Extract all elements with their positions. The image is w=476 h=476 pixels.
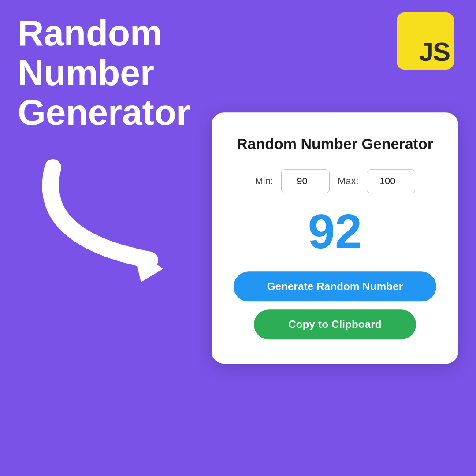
js-badge-outer: JS — [397, 12, 454, 70]
copy-button[interactable]: Copy to Clipboard — [254, 309, 416, 339]
generated-number: 92 — [308, 207, 362, 256]
js-badge: JS — [397, 12, 454, 70]
min-input[interactable] — [281, 169, 330, 193]
min-label: Min: — [255, 175, 273, 187]
arrow-icon — [26, 159, 194, 291]
max-label: Max: — [338, 175, 359, 187]
card-title: Random Number Generator — [237, 134, 433, 153]
generator-card: Random Number Generator Min: Max: 92 Gen… — [212, 112, 458, 364]
js-badge-text: JS — [419, 37, 450, 67]
arrow-container — [26, 159, 212, 304]
max-input[interactable] — [367, 169, 415, 193]
generate-button[interactable]: Generate Random Number — [234, 271, 436, 301]
inputs-row: Min: Max: — [255, 169, 415, 193]
page-title: Random Number Generator — [18, 13, 229, 133]
background: Random Number Generator JS Random Number… — [0, 0, 476, 476]
